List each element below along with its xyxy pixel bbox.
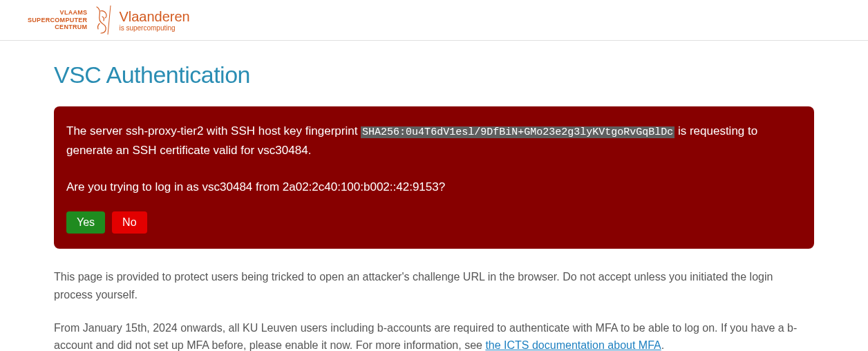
info-paragraph-2: From January 15th, 2024 onwards, all KU … [54,319,814,351]
auth-alert: The server ssh-proxy-tier2 with SSH host… [54,106,814,249]
logo-line1: VLAAMS [28,9,87,17]
alert-question: Are you trying to log in as vsc30484 fro… [66,178,802,196]
logo-line2: SUPERCOMPUTER [28,17,87,24]
brand-main: Vlaanderen [119,9,189,24]
vlaanderen-block: Vlaanderen is supercomputing [119,9,189,32]
site-header: VLAAMS SUPERCOMPUTER CENTRUM Vlaanderen … [0,0,868,41]
alert-prefix: The server ssh-proxy-tier2 with SSH host… [66,124,361,137]
info-p2-post: . [661,339,664,351]
vsc-logo-text: VLAAMS SUPERCOMPUTER CENTRUM [28,9,87,31]
lion-icon [93,6,113,35]
info-p2-pre: From January 15th, 2024 onwards, all KU … [54,322,797,351]
svg-line-0 [108,6,111,35]
brand-sub: is supercomputing [119,24,189,32]
page-title: VSC Authentication [54,61,814,88]
logo-line3: CENTRUM [28,23,87,31]
info-paragraph-1: This page is provided to protect users b… [54,268,814,303]
alert-message: The server ssh-proxy-tier2 with SSH host… [66,122,802,160]
button-row: Yes No [66,211,802,234]
logo-block: VLAAMS SUPERCOMPUTER CENTRUM Vlaanderen … [28,6,190,35]
icts-mfa-link[interactable]: the ICTS documentation about MFA [485,339,661,351]
no-button[interactable]: No [112,211,147,234]
ssh-fingerprint: SHA256:0u4T6dV1esl/9DfBiN+GMo23e2g3lyKVt… [361,126,674,138]
main-content: VSC Authentication The server ssh-proxy-… [26,41,842,351]
spacer [66,160,802,178]
yes-button[interactable]: Yes [66,211,105,234]
info-text: This page is provided to protect users b… [54,268,814,351]
